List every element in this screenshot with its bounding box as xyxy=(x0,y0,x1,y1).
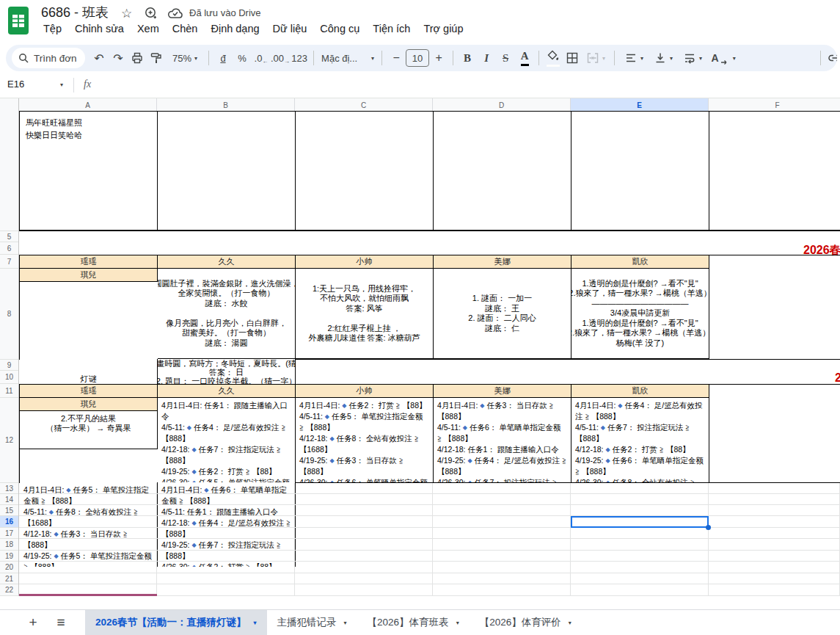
increase-font-size-button[interactable]: + xyxy=(429,48,448,68)
format-percent-button[interactable]: % xyxy=(233,48,252,68)
task-cell-5[interactable]: 4月1日-4日: ◆ 任务5： 单笔投注指定金额 ≧ 【888】4/5-11: … xyxy=(20,482,158,567)
menu-xem[interactable]: Xem xyxy=(131,21,166,37)
menu-định-dạng[interactable]: Định dạng xyxy=(204,21,266,37)
zoom-select[interactable]: 75% ▾ xyxy=(166,48,204,68)
font-size-input[interactable]: 10 xyxy=(406,49,429,67)
text-wrap-button[interactable]: ▾ xyxy=(678,48,707,68)
fill-handle[interactable] xyxy=(706,525,711,530)
add-sheet-button[interactable]: + xyxy=(19,614,47,631)
selected-cell-E16[interactable] xyxy=(571,516,709,528)
riddle-cell-4[interactable]: 1.透明的劍是什麼劍? →看不"見"2.狼來了，猜一種水果? →楊桃（羊逃）――… xyxy=(571,269,709,359)
cell-F4[interactable] xyxy=(709,112,840,230)
task-cell-1[interactable]: 4月1日-4日: 任务1： 跟随主播输入口令4/5-11: ◆ 任务4： 足/篮… xyxy=(158,398,296,482)
row-header-10[interactable]: 10 xyxy=(0,371,18,384)
paint-format-button[interactable] xyxy=(147,48,166,68)
row-header-6[interactable]: 6 xyxy=(0,242,18,255)
column-header-A[interactable]: A xyxy=(19,98,157,112)
column-header-C[interactable]: C xyxy=(295,98,433,112)
font-select[interactable]: Mặc đị... ▾ xyxy=(318,48,377,68)
decrease-decimal-button[interactable]: .0← xyxy=(252,48,271,68)
task-cell-4[interactable]: 4月1日-4日: ◆ 任务4： 足/篮总有效投注 ≧ 【888】4/5-11: … xyxy=(571,398,709,482)
cell-B4[interactable] xyxy=(158,112,296,230)
document-title[interactable]: 6686 - 班表 xyxy=(41,4,109,21)
decrease-font-size-button[interactable]: − xyxy=(387,48,406,68)
anchor-header-3[interactable]: 小帅 xyxy=(296,255,434,269)
increase-decimal-button[interactable]: .00→ xyxy=(271,48,290,68)
row-header-22[interactable]: 22 xyxy=(0,584,18,596)
column-header-E[interactable]: E xyxy=(571,98,709,112)
anchor-header2-4[interactable]: 美娜 xyxy=(434,385,571,398)
cloud-saved-icon[interactable] xyxy=(167,7,183,20)
row-header-13[interactable]: 13 xyxy=(0,483,18,494)
menu-dữ-liệu[interactable]: Dữ liệu xyxy=(266,21,314,37)
anchor-header-4[interactable]: 美娜 xyxy=(434,255,571,269)
row-header-17[interactable]: 17 xyxy=(0,528,18,539)
strikethrough-button[interactable]: S xyxy=(496,48,515,68)
anchor-header-5[interactable]: 凱欣 xyxy=(571,255,709,269)
more-formats-button[interactable]: 123 xyxy=(290,48,309,68)
format-currency-button[interactable]: đ xyxy=(213,48,233,68)
sheet-tab-2[interactable]: 主播犯错记录▾ xyxy=(267,610,357,635)
cell-D4[interactable] xyxy=(434,112,571,230)
menu-tệp[interactable]: Tệp xyxy=(37,21,68,37)
row-header-21[interactable]: 21 xyxy=(0,573,18,584)
row-header-7[interactable]: 7 xyxy=(0,255,18,269)
row-header-8[interactable]: 8 xyxy=(0,269,18,360)
column-header-B[interactable]: B xyxy=(157,98,295,112)
select-all-corner[interactable] xyxy=(0,98,19,112)
row-header-5[interactable]: 5 xyxy=(0,231,18,242)
borders-button[interactable] xyxy=(563,48,582,68)
cell-E4[interactable] xyxy=(571,112,709,230)
sheet-tab-3[interactable]: 【2026】体育班表▾ xyxy=(357,610,470,635)
menu-tiện-ích[interactable]: Tiện ích xyxy=(366,21,417,37)
horizontal-align-button[interactable]: ▾ xyxy=(619,48,649,68)
vertical-align-button[interactable]: ▾ xyxy=(649,48,678,68)
row-header-18[interactable]: 18 xyxy=(0,539,18,551)
sheet-tab-4[interactable]: 【2026】体育评价▾ xyxy=(470,610,582,635)
menu-chèn[interactable]: Chèn xyxy=(166,21,205,37)
cell-A4[interactable]: 馬年旺旺福星照快樂日日笑哈哈 xyxy=(20,112,158,230)
sheets-logo-icon[interactable] xyxy=(8,7,29,35)
anchor-header2-5[interactable]: 凱欣 xyxy=(571,385,709,398)
anchor-header2-3[interactable]: 小帅 xyxy=(296,385,434,398)
star-icon[interactable]: ☆ xyxy=(121,6,132,21)
anchor-header2-1[interactable]: 瑶瑶 xyxy=(20,385,158,398)
riddle-cell-1[interactable]: 圓圓肚子裡，裝滿金銀財，進火洗個澡，全家笑開懷。（打一食物）謎底： 水餃 像月亮… xyxy=(158,269,296,359)
row-header-20[interactable]: 20 xyxy=(0,562,18,573)
spreadsheet-grid[interactable]: 馬年旺旺福星照快樂日日笑哈哈2026春瑶瑶久久小帅美娜凱欣琪兒圓圓肚子裡，裝滿金… xyxy=(19,111,840,596)
menu-trợ-giúp[interactable]: Trợ giúp xyxy=(417,21,470,37)
riddle-cell-3[interactable]: 1. 謎面： 一加一謎底： 王2. 謎面： 二人同心謎底： 仁 xyxy=(434,269,571,359)
row-header-14[interactable]: 14 xyxy=(0,494,18,505)
name-box[interactable]: E16 xyxy=(7,79,59,90)
all-sheets-button[interactable]: ≡ xyxy=(47,614,75,631)
row-header-9[interactable]: 9 xyxy=(0,360,18,371)
anchor-header2-6[interactable]: 琪兒 xyxy=(20,398,158,411)
row-header-19[interactable]: 19 xyxy=(0,551,18,562)
insert-link-button[interactable] xyxy=(825,48,837,68)
anchor-header2-2[interactable]: 久久 xyxy=(158,385,296,398)
column-header-D[interactable]: D xyxy=(433,98,571,112)
text-color-button[interactable]: A xyxy=(515,48,534,68)
search-input[interactable]: Trình đơn xyxy=(12,48,85,68)
chevron-down-icon[interactable]: ▾ xyxy=(60,81,63,88)
anchor-header-1[interactable]: 瑶瑶 xyxy=(20,255,158,269)
sheet-tab-active[interactable]: 2026春节【活動一：直播猜灯谜】 ▾ xyxy=(85,610,267,635)
riddle-cell-2[interactable]: 1:天上一只鸟，用线拴得牢，不怕大风吹，就怕细雨飘答案: 风筝 2:红红果子棍上… xyxy=(296,269,434,359)
cell-C4[interactable] xyxy=(296,112,434,230)
menu-chỉnh-sửa[interactable]: Chỉnh sửa xyxy=(68,21,131,37)
task-cell-2[interactable]: 4月1日-4日: ◆ 任务2： 打赏 ≧ 【88】4/5-11: ◆ 任务5： … xyxy=(296,398,434,482)
print-button[interactable] xyxy=(128,48,147,68)
merge-cells-button[interactable]: ▾ xyxy=(582,48,610,68)
row-header-16[interactable]: 16 xyxy=(0,516,18,528)
text-rotation-button[interactable]: A ▾ xyxy=(707,48,739,68)
redo-button[interactable]: ↷ xyxy=(109,48,128,68)
anchor-header-6[interactable]: 琪兒 xyxy=(20,269,158,282)
saved-status[interactable]: Đã lưu vào Drive xyxy=(189,7,261,18)
row-header-11[interactable]: 11 xyxy=(0,384,18,398)
fill-color-button[interactable] xyxy=(544,48,563,68)
task-cell-3[interactable]: 4月1日-4日: ◆ 任务3： 当日存款 ≧ 【888】4/5-11: ◆ 任务… xyxy=(434,398,571,482)
task-cell-6[interactable]: 4月1日-4日: ◆ 任务6： 单笔晒单指定金额 ≧ 【888】4/5-11: … xyxy=(158,482,296,567)
bold-button[interactable]: B xyxy=(458,48,477,68)
column-header-F[interactable]: F xyxy=(709,98,840,112)
row-header-12[interactable]: 12 xyxy=(0,398,18,483)
